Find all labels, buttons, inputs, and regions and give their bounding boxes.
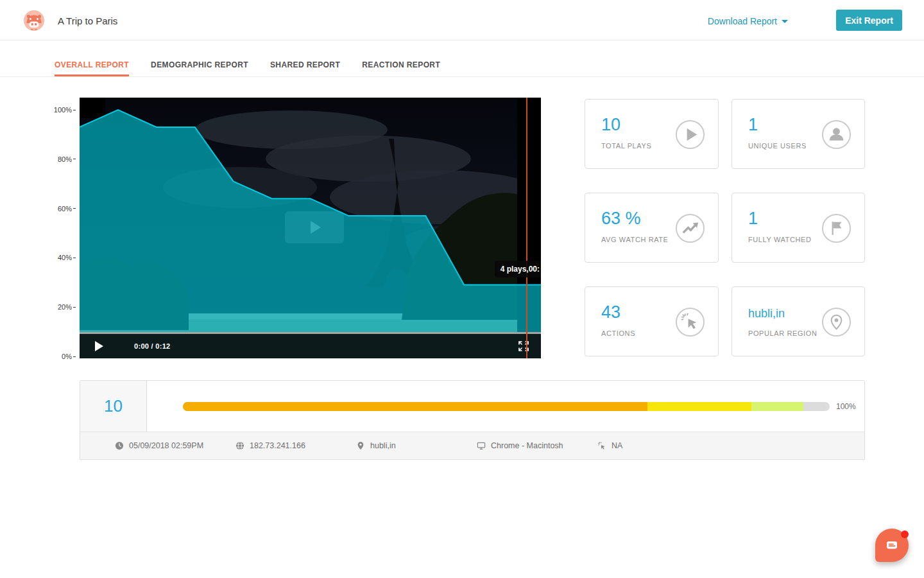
notification-dot — [901, 530, 909, 538]
watch-bar-percent: 100% — [836, 402, 856, 411]
stat-label: AVG WATCH RATE — [601, 236, 669, 243]
chat-launcher-button[interactable] — [875, 529, 909, 562]
stat-label: TOTAL PLAYS — [601, 142, 651, 150]
play-detail-globe: 182.73.241.166 — [235, 441, 356, 450]
report-page: A Trip to Paris Download Report Exit Rep… — [0, 0, 924, 578]
play-detail-text: hubli,in — [370, 441, 396, 450]
play-detail-action: NA — [597, 441, 718, 450]
play-detail-clock: 05/09/2018 02:59PM — [115, 441, 235, 450]
hippo-logo-icon — [23, 10, 45, 31]
trend-icon — [675, 213, 705, 243]
plays-tooltip: 4 plays,00: — [495, 261, 541, 277]
pin-icon — [821, 307, 851, 337]
watch-bar[interactable] — [183, 402, 830, 411]
location-icon — [356, 441, 365, 450]
fullscreen-icon[interactable] — [518, 340, 529, 352]
stat-value: 1 — [748, 209, 758, 229]
tab-bar: OVERALL REPORTDEMOGRAPHIC REPORTSHARED R… — [0, 40, 924, 77]
user-icon — [821, 119, 851, 150]
y-axis-label: 0% — [62, 351, 76, 362]
chat-bubble-icon — [884, 538, 900, 553]
stat-value: 63 % — [601, 209, 641, 229]
stat-value: 10 — [601, 115, 620, 135]
y-axis-label: 20% — [58, 302, 76, 312]
time-display: 0:00 / 0:12 — [134, 342, 171, 350]
watch-bar-segment — [751, 402, 803, 411]
y-axis-label: 80% — [58, 154, 76, 164]
play-summary-block: 10 100% 05/09/2018 02:59PM182.73.241.166… — [80, 380, 865, 460]
play-icon — [675, 119, 705, 150]
chevron-down-icon — [782, 20, 788, 23]
big-play-button[interactable] — [285, 211, 344, 243]
download-report-label: Download Report — [708, 16, 777, 26]
play-detail-location: hubli,in — [356, 441, 477, 450]
play-detail-text: NA — [612, 441, 622, 450]
action-icon — [597, 441, 606, 450]
stat-value: 1 — [748, 115, 758, 135]
watch-bar-segment — [647, 402, 751, 411]
header: A Trip to Paris Download Report Exit Rep… — [0, 0, 924, 40]
play-summary-row: 10 100% — [80, 381, 864, 432]
play-count: 10 — [80, 381, 147, 432]
play-triangle-icon — [311, 221, 321, 234]
watch-bar-segment — [183, 402, 647, 411]
stat-label: FULLY WATCHED — [748, 236, 811, 243]
y-axis-label: 40% — [58, 252, 76, 263]
y-axis-label: 100% — [54, 105, 76, 115]
stat-card-actions: 43ACTIONS — [585, 286, 719, 356]
stat-card-total-plays: 10TOTAL PLAYS — [585, 99, 719, 169]
stat-label: UNIQUE USERS — [748, 142, 807, 150]
tab-shared-report[interactable]: SHARED REPORT — [270, 60, 340, 76]
stat-label: ACTIONS — [601, 329, 635, 337]
tab-overall-report[interactable]: OVERALL REPORT — [55, 60, 129, 76]
play-button[interactable] — [95, 341, 103, 351]
play-detail-device: Chrome - Macintosh — [477, 441, 597, 450]
video-player[interactable]: 0:00 / 0:12 4 plays,00: — [80, 98, 541, 358]
play-detail-row: 05/09/2018 02:59PM182.73.241.166hubli,in… — [80, 432, 864, 459]
stat-card-unique-users: 1UNIQUE USERS — [732, 99, 865, 169]
video-controls: 0:00 / 0:12 — [80, 334, 541, 358]
clock-icon — [115, 441, 124, 450]
stat-card-popular-region: hubli,inPOPULAR REGION — [732, 286, 865, 356]
device-icon — [477, 441, 486, 450]
tab-reaction-report[interactable]: REACTION REPORT — [362, 60, 440, 76]
stat-value: hubli,in — [748, 307, 785, 320]
exit-report-button[interactable]: Exit Report — [836, 10, 902, 31]
click-icon — [675, 307, 705, 337]
tab-demographic-report[interactable]: DEMOGRAPHIC REPORT — [151, 60, 248, 76]
play-detail-text: 182.73.241.166 — [250, 441, 305, 450]
play-detail-text: 05/09/2018 02:59PM — [129, 441, 203, 450]
stat-value: 43 — [601, 302, 620, 322]
flag-icon — [821, 213, 851, 243]
globe-icon — [235, 441, 244, 450]
y-axis: 100%80%60%40%20%0% — [0, 98, 76, 358]
page-title: A Trip to Paris — [58, 15, 117, 26]
download-report-button[interactable]: Download Report — [708, 16, 788, 26]
playhead[interactable] — [526, 98, 527, 358]
play-detail-text: Chrome - Macintosh — [491, 441, 563, 450]
stats-grid: 10TOTAL PLAYS1UNIQUE USERS63 %AVG WATCH … — [585, 99, 865, 356]
stat-card-fully-watched: 1FULLY WATCHED — [732, 193, 865, 263]
stat-label: POPULAR REGION — [748, 329, 817, 337]
stat-card-avg-watch-rate: 63 %AVG WATCH RATE — [585, 193, 719, 263]
y-axis-label: 60% — [58, 204, 76, 214]
watch-bar-wrap: 100% — [147, 402, 864, 411]
